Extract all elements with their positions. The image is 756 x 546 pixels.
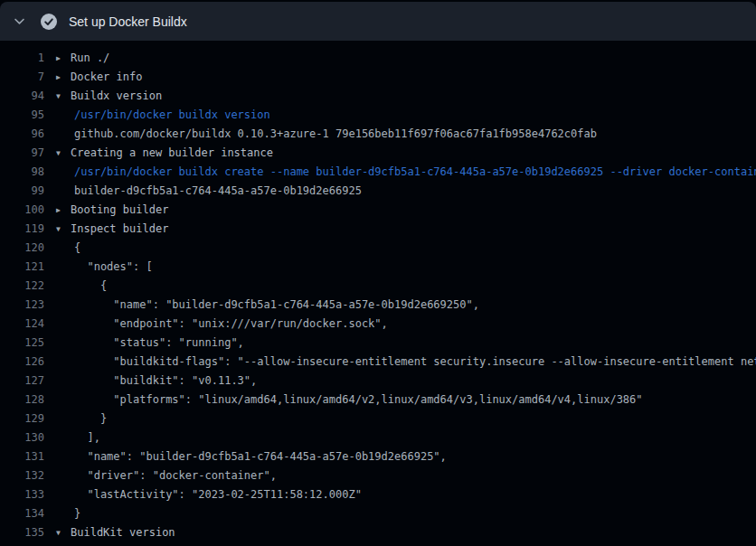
command-text: /usr/bin/docker buildx create --name bui… [74,165,756,178]
triangle-right-icon[interactable]: ▶ [56,68,71,87]
line-number[interactable]: 98 [0,163,44,182]
line-number[interactable]: 129 [0,410,44,428]
line-number[interactable]: 120 [0,239,44,258]
log-line-text: "buildkit": "v0.11.3", [44,372,257,391]
output-text: "driver": "docker-container", [74,469,277,482]
log-line-text: ▶Booting builder [44,201,168,220]
output-text: "buildkitd-flags": "--allow-insecure-ent… [74,355,756,368]
line-number[interactable]: 119 [0,220,44,239]
line-number[interactable]: 97 [0,144,44,163]
triangle-down-icon[interactable]: ▼ [56,87,71,106]
triangle-down-icon[interactable]: ▼ [56,144,71,163]
log-line-text: ▼Creating a new builder instance [44,144,273,163]
line-number[interactable]: 121 [0,258,44,277]
log-line-text: ▶Run ./ [44,49,109,68]
line-number[interactable]: 96 [0,125,44,144]
line-number[interactable]: 124 [0,315,44,334]
line-number[interactable]: 134 [0,504,44,523]
log-line-text: "nodes": [ [44,258,153,277]
log-group-header[interactable]: 1 ▶Run ./ [0,49,756,68]
log-line-text: ▼Inspect builder [44,220,168,239]
output-text: "platforms": "linux/amd64,linux/amd64/v2… [74,393,643,406]
line-number[interactable]: 1 [0,49,44,68]
triangle-down-icon[interactable]: ▼ [56,220,71,239]
triangle-right-icon[interactable]: ▶ [56,201,71,220]
log-group-header[interactable]: 135 ▼BuildKit version [0,523,756,542]
line-number[interactable]: 132 [0,466,44,485]
group-title: Buildx version [71,89,162,102]
log-line: 128 "platforms": "linux/amd64,linux/amd6… [0,391,756,410]
log-line-text: builder-d9cfb5a1-c764-445a-a57e-0b19d2e6… [44,182,362,201]
log-line: 136 builder-d9cfb5a1-c764-445a-a57e-0b19… [0,542,756,546]
line-number[interactable]: 133 [0,485,44,504]
line-number[interactable]: 135 [0,523,44,542]
log-line-text: ], [44,428,100,447]
log-line-text: ▶Docker info [44,68,142,87]
line-number[interactable]: 131 [0,447,44,466]
line-number[interactable]: 130 [0,428,44,447]
log-group-header[interactable]: 97 ▼Creating a new builder instance [0,144,756,163]
output-text: { [74,279,107,292]
output-text: ], [74,431,100,444]
log-line-text: "name": "builder-d9cfb5a1-c764-445a-a57e… [44,447,447,466]
line-number[interactable]: 126 [0,353,44,372]
log-line-text: github.com/docker/buildx 0.10.3+azure-1 … [44,125,597,144]
log-line: 96 github.com/docker/buildx 0.10.3+azure… [0,125,756,144]
log-line: 131 "name": "builder-d9cfb5a1-c764-445a-… [0,447,756,466]
log-line-text: "status": "running", [44,334,244,353]
output-text: { [74,241,80,254]
triangle-down-icon[interactable]: ▼ [56,523,71,542]
group-title: Booting builder [71,203,168,216]
log-line-text: ▼BuildKit version [44,523,175,542]
line-number[interactable]: 122 [0,277,44,296]
output-text: } [74,412,107,425]
line-number[interactable]: 100 [0,201,44,220]
line-number[interactable]: 125 [0,334,44,353]
command-text: /usr/bin/docker buildx version [74,108,270,121]
log-line-text: "endpoint": "unix:///var/run/docker.sock… [44,315,388,334]
log-line: 134 } [0,504,756,523]
line-number[interactable]: 123 [0,296,44,315]
log-viewer: 1 ▶Run ./ 7 ▶Docker info 94 ▼Buildx vers… [0,41,756,546]
log-group-header[interactable]: 7 ▶Docker info [0,68,756,87]
log-line-text: } [44,504,80,523]
line-number[interactable]: 127 [0,372,44,391]
log-line: 133 "lastActivity": "2023-02-25T11:58:12… [0,485,756,504]
log-line-text: "platforms": "linux/amd64,linux/amd64/v2… [44,391,643,410]
line-number[interactable]: 99 [0,182,44,201]
chevron-down-icon[interactable] [13,15,25,28]
line-number[interactable]: 136 [0,542,44,546]
log-line-text: { [44,239,80,258]
log-line: 121 "nodes": [ [0,258,756,277]
log-group-header[interactable]: 100 ▶Booting builder [0,201,756,220]
log-line-text: "driver": "docker-container", [44,466,277,485]
log-line: 95 /usr/bin/docker buildx version [0,106,756,125]
log-group-header[interactable]: 119 ▼Inspect builder [0,220,756,239]
line-number[interactable]: 7 [0,68,44,87]
triangle-right-icon[interactable]: ▶ [56,49,71,68]
log-line: 122 { [0,277,756,296]
log-line-text: /usr/bin/docker buildx version [44,106,270,125]
group-title: Inspect builder [71,222,168,235]
line-number[interactable]: 94 [0,87,44,106]
group-title: Creating a new builder instance [71,146,273,159]
output-text: "lastActivity": "2023-02-25T11:58:12.000… [74,488,362,501]
output-text: "status": "running", [74,336,244,349]
log-line: 120 { [0,239,756,258]
check-circle-icon [41,14,57,30]
output-text: "buildkit": "v0.11.3", [74,374,257,387]
log-line: 129 } [0,410,756,428]
step-header[interactable]: Set up Docker Buildx [0,2,756,41]
output-text: } [74,507,80,520]
group-title: Docker info [71,71,142,83]
output-text: "name": "builder-d9cfb5a1-c764-445a-a57e… [74,450,447,463]
line-number[interactable]: 95 [0,106,44,125]
log-line: 99 builder-d9cfb5a1-c764-445a-a57e-0b19d… [0,182,756,201]
group-title: Run ./ [71,52,109,64]
line-number[interactable]: 128 [0,391,44,410]
log-line: 130 ], [0,428,756,447]
output-text: "name": "builder-d9cfb5a1-c764-445a-a57e… [74,298,479,311]
log-line: 124 "endpoint": "unix:///var/run/docker.… [0,315,756,334]
step-title: Set up Docker Buildx [69,14,187,29]
log-group-header[interactable]: 94 ▼Buildx version [0,87,756,106]
